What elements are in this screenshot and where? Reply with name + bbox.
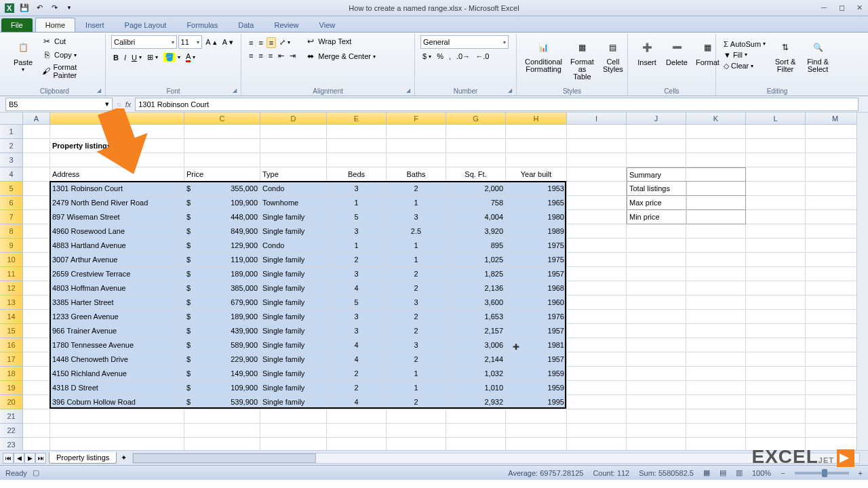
cell[interactable]: 2 — [327, 367, 387, 381]
cell[interactable]: 2,136 — [446, 281, 506, 296]
number-launcher[interactable]: ◢ — [508, 87, 515, 94]
insert-cells-button[interactable]: ➕Insert — [633, 35, 660, 94]
cell[interactable]: 758 — [446, 196, 506, 210]
cell[interactable]: 4 — [327, 338, 387, 352]
cell[interactable] — [806, 338, 856, 352]
cell[interactable] — [446, 409, 506, 424]
cell[interactable]: 1448 Chenoweth Drive — [50, 352, 184, 367]
cell[interactable]: $589,900 — [184, 338, 260, 352]
cell[interactable] — [50, 409, 184, 424]
cell[interactable] — [746, 409, 806, 424]
cell[interactable]: 1 — [387, 367, 446, 381]
cell[interactable] — [686, 210, 746, 224]
fx-icon[interactable]: fx — [125, 100, 132, 108]
cell[interactable] — [506, 153, 567, 167]
cell[interactable] — [506, 424, 567, 438]
wrap-text-button[interactable]: ↩Wrap Text — [303, 35, 378, 47]
column-header[interactable]: M — [806, 113, 856, 125]
cell[interactable] — [567, 296, 627, 310]
row-header[interactable]: 18 — [0, 367, 23, 381]
cell[interactable]: 1980 — [506, 210, 567, 224]
cell[interactable]: $539,900 — [184, 395, 260, 409]
cell[interactable] — [746, 267, 806, 281]
row-header[interactable]: 2 — [0, 139, 23, 153]
cell[interactable]: $355,000 — [184, 182, 260, 196]
cell[interactable] — [627, 125, 686, 139]
cell[interactable] — [567, 224, 627, 239]
cell[interactable] — [806, 281, 856, 296]
maximize-icon[interactable]: ◻ — [835, 3, 848, 12]
cell[interactable] — [567, 182, 627, 196]
cell[interactable] — [446, 153, 506, 167]
cell[interactable] — [387, 438, 446, 450]
column-header[interactable]: G — [446, 113, 506, 125]
tab-file[interactable]: File — [1, 18, 33, 32]
cell[interactable] — [627, 224, 686, 239]
cell[interactable]: 1,025 — [446, 253, 506, 267]
cell[interactable] — [746, 239, 806, 253]
row-header[interactable]: 4 — [0, 167, 23, 182]
cell[interactable]: 1 — [327, 196, 387, 210]
cell[interactable] — [567, 167, 627, 182]
row-header[interactable]: 16 — [0, 338, 23, 352]
align-bottom-button[interactable]: ≡ — [267, 37, 276, 48]
cell[interactable]: 2,000 — [446, 182, 506, 196]
cell[interactable] — [23, 239, 50, 253]
macro-record-icon[interactable]: ▢ — [33, 468, 39, 477]
column-header[interactable]: A — [23, 113, 50, 125]
cell[interactable] — [23, 338, 50, 352]
cell[interactable] — [50, 125, 184, 139]
close-icon[interactable]: ✕ — [853, 3, 865, 12]
cell[interactable]: 1780 Tennessee Avenue — [50, 338, 184, 352]
cell[interactable]: Single family — [260, 395, 327, 409]
namebox-dropdown-icon[interactable]: ▾ — [105, 100, 109, 108]
cell[interactable]: $189,900 — [184, 310, 260, 324]
cell[interactable] — [627, 395, 686, 409]
cell[interactable]: Type — [260, 167, 327, 182]
cell[interactable] — [746, 224, 806, 239]
cell[interactable]: Single family — [260, 338, 327, 352]
cell[interactable]: $849,900 — [184, 224, 260, 239]
cell[interactable]: Single family — [260, 281, 327, 296]
cell[interactable] — [446, 424, 506, 438]
row-header[interactable]: 8 — [0, 224, 23, 239]
cell[interactable]: 4883 Hartland Avenue — [50, 239, 184, 253]
row-header[interactable]: 23 — [0, 438, 23, 450]
copy-button[interactable]: ⎘Copy▾ — [39, 49, 100, 61]
cell[interactable] — [686, 253, 746, 267]
cell[interactable]: $109,900 — [184, 196, 260, 210]
cell[interactable]: 2 — [387, 395, 446, 409]
column-header[interactable]: E — [327, 113, 387, 125]
font-launcher[interactable]: ◢ — [233, 87, 239, 94]
cell[interactable]: 1957 — [506, 267, 567, 281]
cell[interactable]: 3 — [327, 182, 387, 196]
cell[interactable] — [567, 253, 627, 267]
cell[interactable]: 1 — [387, 239, 446, 253]
cell[interactable]: 2659 Crestview Terrace — [50, 267, 184, 281]
cell[interactable] — [184, 438, 260, 450]
column-header[interactable]: F — [387, 113, 446, 125]
cell[interactable]: 897 Wiseman Street — [50, 210, 184, 224]
cell[interactable]: 3 — [387, 210, 446, 224]
cell[interactable] — [260, 424, 327, 438]
cell[interactable]: 2 — [387, 267, 446, 281]
horizontal-scrollbar[interactable] — [132, 453, 860, 464]
cell[interactable] — [686, 409, 746, 424]
cell[interactable]: $448,000 — [184, 210, 260, 224]
cell[interactable] — [746, 395, 806, 409]
cell[interactable]: 396 Coburn Hollow Road — [50, 395, 184, 409]
cell[interactable] — [260, 139, 327, 153]
cell[interactable]: 1959 — [506, 367, 567, 381]
cell[interactable] — [746, 139, 806, 153]
grow-font-button[interactable]: A▴ — [203, 37, 218, 47]
cell[interactable]: 966 Trainer Avenue — [50, 324, 184, 338]
cell[interactable]: 1,825 — [446, 267, 506, 281]
cell[interactable] — [327, 438, 387, 450]
cell[interactable] — [506, 409, 567, 424]
cell[interactable] — [627, 324, 686, 338]
cell[interactable] — [806, 352, 856, 367]
align-middle-button[interactable]: ≡ — [256, 38, 264, 47]
cell[interactable] — [686, 438, 746, 450]
cell[interactable] — [686, 324, 746, 338]
cell[interactable]: 4 — [327, 281, 387, 296]
